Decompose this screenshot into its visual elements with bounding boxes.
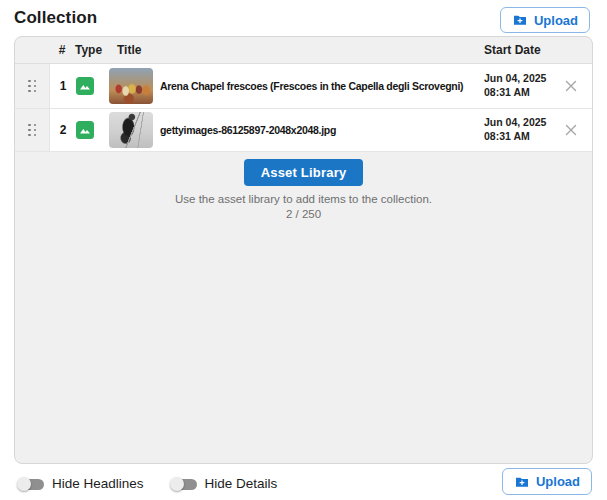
- hide-details-label: Hide Details: [205, 476, 278, 491]
- close-icon: [564, 123, 578, 137]
- hide-headlines-toggle-item: Hide Headlines: [17, 476, 144, 491]
- row-thumbnail-cell: [104, 112, 154, 148]
- library-hint: Use the asset library to add items to th…: [15, 193, 592, 205]
- hide-headlines-switch[interactable]: [17, 477, 44, 491]
- drag-handle[interactable]: [15, 109, 50, 151]
- header-title: Title: [103, 43, 484, 57]
- collection-count: 2 / 250: [15, 208, 592, 220]
- upload-button-bottom[interactable]: Upload: [502, 468, 592, 495]
- remove-item-button[interactable]: [562, 121, 580, 139]
- hide-headlines-label: Hide Headlines: [52, 476, 144, 491]
- drag-handle-icon: [28, 80, 36, 93]
- collection-page: Collection Upload # Type Title Start Dat…: [0, 0, 607, 500]
- start-date-date: Jun 04, 2025: [484, 72, 550, 86]
- drag-handle[interactable]: [15, 64, 50, 108]
- header-index: #: [49, 43, 75, 57]
- remove-item-button[interactable]: [562, 77, 580, 95]
- table-row: 1 Arena Chapel frescoes (Frescoes in the…: [15, 64, 592, 109]
- switch-knob: [17, 477, 31, 491]
- start-date-time: 08:31 AM: [484, 130, 550, 144]
- row-close-cell: [550, 77, 592, 95]
- upload-button-top[interactable]: Upload: [500, 7, 590, 33]
- row-type-cell: [76, 77, 104, 95]
- library-area: Asset Library Use the asset library to a…: [15, 152, 592, 220]
- asset-thumbnail[interactable]: [109, 68, 153, 104]
- image-icon: [76, 121, 94, 139]
- asset-thumbnail[interactable]: [109, 112, 153, 148]
- drag-handle-icon: [28, 124, 36, 137]
- upload-button-label: Upload: [534, 13, 578, 28]
- close-icon: [564, 79, 578, 93]
- row-index: 1: [50, 79, 76, 93]
- table-row: 2 gettyimages-86125897-2048x2048.jpg Jun…: [15, 109, 592, 152]
- start-date: Jun 04, 2025 08:31 AM: [484, 72, 550, 99]
- asset-title: gettyimages-86125897-2048x2048.jpg: [154, 124, 484, 136]
- upload-button-label: Upload: [536, 474, 580, 489]
- collection-panel: # Type Title Start Date 1 Arena Chapel f…: [14, 36, 593, 464]
- header-type: Type: [75, 43, 103, 57]
- folder-upload-icon: [514, 474, 530, 490]
- header-start-date: Start Date: [484, 43, 550, 57]
- table-header-row: # Type Title Start Date: [15, 37, 592, 64]
- asset-library-button[interactable]: Asset Library: [244, 159, 364, 186]
- row-thumbnail-cell: [104, 68, 154, 104]
- row-index: 2: [50, 123, 76, 137]
- image-icon: [76, 77, 94, 95]
- hide-details-switch[interactable]: [170, 477, 197, 491]
- switch-knob: [170, 477, 184, 491]
- hide-details-toggle-item: Hide Details: [170, 476, 278, 491]
- start-date-date: Jun 04, 2025: [484, 116, 550, 130]
- start-date-time: 08:31 AM: [484, 86, 550, 100]
- footer-toggles: Hide Headlines Hide Details: [17, 476, 277, 491]
- row-type-cell: [76, 121, 104, 139]
- row-close-cell: [550, 121, 592, 139]
- asset-title: Arena Chapel frescoes (Frescoes in the C…: [154, 80, 484, 92]
- page-title: Collection: [14, 8, 97, 28]
- folder-upload-icon: [512, 12, 528, 28]
- start-date: Jun 04, 2025 08:31 AM: [484, 116, 550, 143]
